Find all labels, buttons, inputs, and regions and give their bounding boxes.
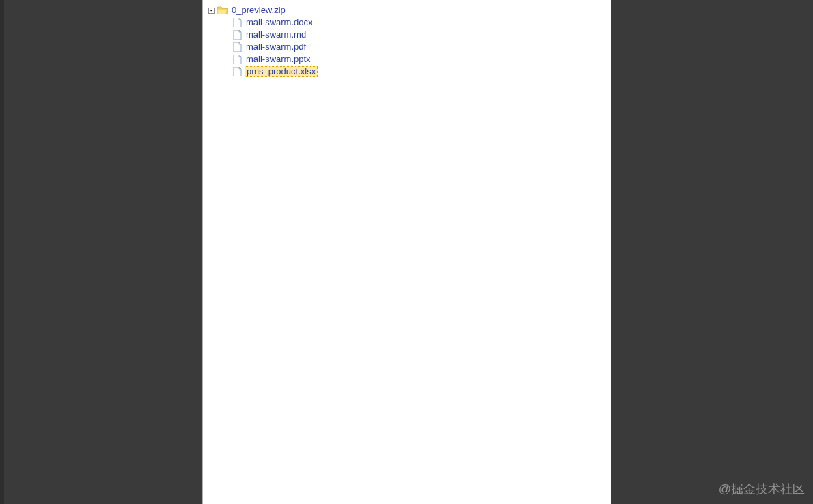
left-strip — [0, 0, 4, 504]
tree-root-label[interactable]: 0_preview.zip — [230, 4, 287, 16]
collapse-icon[interactable]: - — [208, 8, 215, 14]
tree-item-pdf[interactable]: mall-swarm.pdf — [208, 41, 611, 53]
tree-item-label[interactable]: mall-swarm.pdf — [245, 41, 307, 53]
file-icon — [233, 55, 242, 64]
tree-item-pptx[interactable]: mall-swarm.pptx — [208, 53, 611, 66]
watermark: @掘金技术社区 — [719, 481, 805, 497]
tree-item-xlsx[interactable]: pms_product.xlsx — [208, 66, 611, 78]
tree-item-docx[interactable]: mall-swarm.docx — [208, 16, 611, 29]
folder-icon — [217, 6, 228, 14]
tree-item-label[interactable]: mall-swarm.md — [245, 29, 307, 41]
tree-item-label[interactable]: pms_product.xlsx — [245, 66, 318, 77]
tree-item-label[interactable]: mall-swarm.docx — [245, 16, 314, 29]
tree-item-label[interactable]: mall-swarm.pptx — [245, 53, 312, 66]
tree-root-node[interactable]: - 0_preview.zip — [208, 4, 611, 16]
file-icon — [233, 18, 242, 27]
file-icon — [233, 67, 242, 76]
file-icon — [233, 42, 242, 52]
file-icon — [233, 30, 242, 40]
tree-item-md[interactable]: mall-swarm.md — [208, 29, 611, 41]
file-tree-panel: - 0_preview.zip mall-swarm.docx mall-swa… — [202, 0, 611, 504]
